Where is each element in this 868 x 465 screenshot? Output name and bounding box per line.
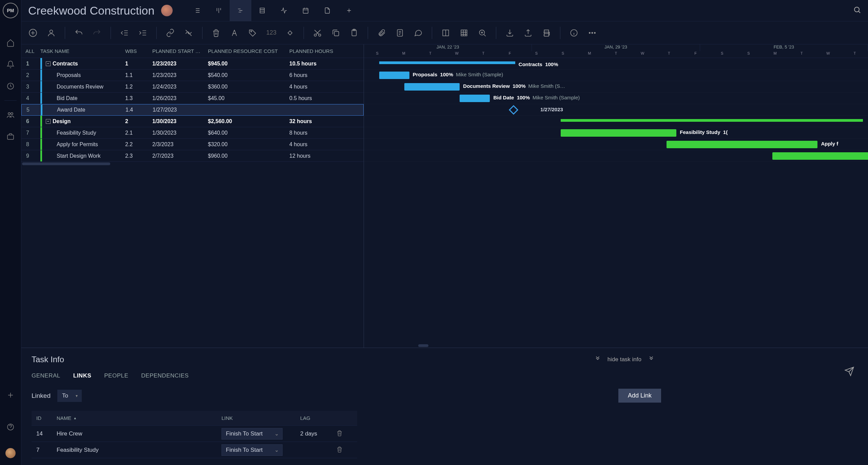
col-hours[interactable]: PLANNED HOURS (289, 48, 344, 54)
link-row: 14Hire CrewFinish To Start2 days (32, 426, 357, 442)
linked-direction-select[interactable]: To (57, 390, 82, 402)
home-icon[interactable] (5, 37, 16, 48)
link-col-lag[interactable]: LAG (300, 415, 329, 421)
gantt-task-bar[interactable]: Feasibility Study 1( (561, 129, 677, 137)
print-icon[interactable] (542, 28, 551, 38)
expand-icon[interactable]: − (46, 119, 51, 124)
col-start[interactable]: PLANNED START … (152, 48, 208, 54)
view-sheet-icon[interactable] (251, 0, 273, 21)
link-col-name[interactable]: NAME▲ (57, 415, 221, 421)
cut-icon[interactable] (313, 28, 322, 38)
export-icon[interactable] (523, 28, 533, 38)
attachment-icon[interactable] (377, 28, 386, 38)
collapse-down-icon[interactable] (595, 356, 601, 363)
plus-icon[interactable] (5, 390, 16, 401)
task-row[interactable]: 4Bid Date1.31/26/2023$45.000.5 hours (21, 93, 364, 104)
comment-icon[interactable] (413, 28, 423, 38)
grid-icon[interactable] (459, 28, 469, 38)
task-row[interactable]: 6−Design21/30/2023$2,560.0032 hours (21, 116, 364, 127)
view-calendar-icon[interactable] (295, 0, 316, 21)
clock-icon[interactable] (5, 81, 16, 92)
link-type-select[interactable]: Finish To Start (221, 444, 283, 456)
svg-rect-21 (544, 34, 549, 36)
gantt-task-bar[interactable]: Documents Review 100%Mike Smith (S… (404, 83, 460, 91)
gantt-task-bar[interactable]: Proposals 100%Mike Smith (Sample) (379, 72, 409, 79)
task-row[interactable]: 3Documents Review1.21/24/2023$360.004 ho… (21, 81, 364, 93)
tag-icon[interactable] (248, 28, 257, 38)
link-type-select[interactable]: Finish To Start (221, 428, 283, 440)
link-icon[interactable] (166, 28, 175, 38)
indent-icon[interactable] (138, 28, 148, 38)
undo-icon[interactable] (74, 28, 83, 38)
col-all[interactable]: ALL (21, 48, 40, 54)
gantt-summary-bar[interactable]: Contracts 100% (379, 61, 515, 64)
assign-icon[interactable] (46, 28, 56, 38)
task-grid: ALL TASK NAME WBS PLANNED START … PLANNE… (21, 44, 364, 348)
col-wbs[interactable]: WBS (125, 48, 152, 54)
link-col-id[interactable]: ID (32, 415, 57, 421)
info-icon[interactable] (569, 28, 579, 38)
delete-icon[interactable] (211, 28, 221, 38)
svg-rect-3 (7, 135, 14, 139)
outdent-icon[interactable] (120, 28, 129, 38)
notes-icon[interactable] (395, 28, 405, 38)
add-task-icon[interactable] (28, 28, 38, 38)
hide-task-info[interactable]: hide task info (607, 356, 641, 363)
svg-point-9 (50, 30, 53, 33)
user-avatar[interactable] (5, 448, 16, 458)
view-file-icon[interactable] (316, 0, 338, 21)
view-list-icon[interactable] (186, 0, 208, 21)
svg-point-1 (8, 113, 10, 115)
gantt-scrollbar[interactable] (364, 344, 868, 348)
view-gantt-icon[interactable] (230, 0, 251, 21)
columns-icon[interactable] (441, 28, 450, 38)
task-row[interactable]: 7Feasibility Study2.11/30/2023$640.008 h… (21, 127, 364, 139)
gantt-task-bar[interactable] (772, 152, 868, 160)
col-cost[interactable]: PLANNED RESOURCE COST (208, 48, 289, 54)
view-add-icon[interactable] (338, 0, 360, 21)
task-row[interactable]: 8Apply for Permits2.22/3/2023$320.004 ho… (21, 139, 364, 150)
team-icon[interactable] (5, 110, 16, 120)
task-row[interactable]: 1−Contracts11/23/2023$945.0010.5 hours (21, 58, 364, 70)
task-row[interactable]: 2Proposals1.11/23/2023$540.006 hours (21, 70, 364, 81)
col-name[interactable]: TASK NAME (40, 48, 125, 54)
send-icon[interactable] (844, 366, 854, 378)
delete-link-icon[interactable] (336, 446, 343, 454)
tab-dependencies[interactable]: DEPENDENCIES (141, 372, 189, 379)
tab-people[interactable]: PEOPLE (104, 372, 128, 379)
text-icon[interactable] (230, 28, 239, 38)
gantt-milestone[interactable] (509, 105, 518, 115)
copy-icon[interactable] (331, 28, 341, 38)
tab-general[interactable]: GENERAL (32, 372, 60, 379)
task-row[interactable]: 9Start Design Work2.32/7/2023$960.0012 h… (21, 150, 364, 162)
topbar: Creekwood Construction (21, 0, 868, 21)
tab-links[interactable]: LINKS (73, 372, 92, 379)
collapse-up-icon[interactable] (648, 356, 654, 363)
redo-icon[interactable] (92, 28, 102, 38)
gantt-task-bar[interactable]: Bid Date 100%Mike Smith (Sample) (460, 95, 490, 102)
zoom-icon[interactable] (478, 28, 487, 38)
search-icon[interactable] (853, 6, 861, 15)
grid-scrollbar[interactable] (21, 162, 364, 166)
briefcase-icon[interactable] (5, 131, 16, 142)
left-sidebar: PM (0, 0, 21, 465)
more-icon[interactable] (587, 28, 597, 38)
paste-icon[interactable] (349, 28, 359, 38)
add-link-button[interactable]: Add Link (618, 389, 661, 403)
delete-link-icon[interactable] (336, 429, 343, 438)
import-icon[interactable] (505, 28, 515, 38)
help-icon[interactable] (5, 422, 16, 432)
svg-point-23 (589, 32, 590, 33)
gantt-summary-bar[interactable] (561, 119, 863, 122)
milestone-icon[interactable] (285, 28, 295, 38)
view-activity-icon[interactable] (273, 0, 295, 21)
gantt-task-bar[interactable]: Apply f (667, 141, 818, 148)
unlink-icon[interactable] (184, 28, 193, 38)
task-row[interactable]: 5Award Date1.41/27/2023 (21, 104, 364, 116)
bell-icon[interactable] (5, 59, 16, 70)
link-col-link[interactable]: LINK (221, 415, 300, 421)
view-board-icon[interactable] (208, 0, 230, 21)
expand-icon[interactable]: − (46, 61, 51, 66)
project-avatar[interactable] (161, 5, 173, 16)
logo[interactable]: PM (3, 3, 18, 18)
